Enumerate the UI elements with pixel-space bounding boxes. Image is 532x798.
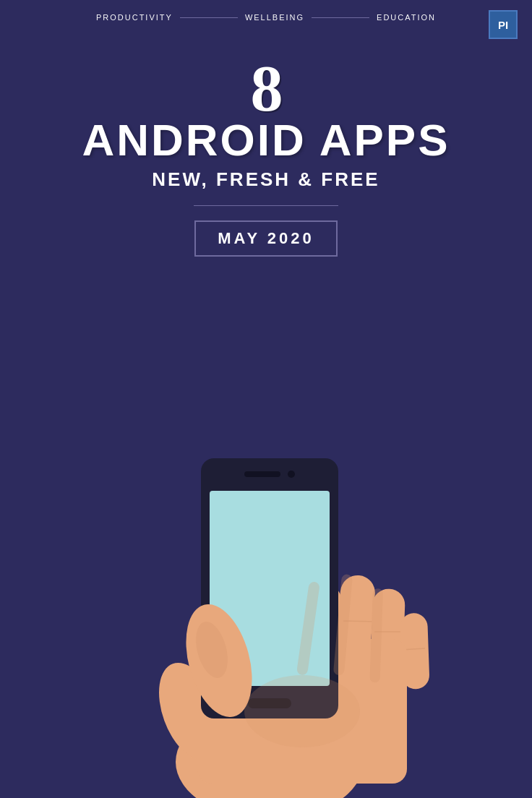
nav-wellbeing[interactable]: WELLBEING xyxy=(245,13,304,22)
hero-subtitle: NEW, FRESH & FREE xyxy=(0,168,532,191)
phone-illustration xyxy=(85,393,447,798)
phone-svg xyxy=(85,393,447,798)
main-content: 8 ANDROID APPS NEW, FRESH & FREE MAY 202… xyxy=(0,35,532,257)
nav-divider-1 xyxy=(180,17,238,18)
hero-number: 8 xyxy=(0,56,532,121)
svg-point-20 xyxy=(244,675,360,747)
nav-wellbeing-label: WELLBEING xyxy=(245,13,304,22)
nav-education[interactable]: EDUCATION xyxy=(377,13,436,22)
logo-box[interactable]: PI xyxy=(489,10,518,39)
logo-text: PI xyxy=(498,19,508,31)
svg-rect-12 xyxy=(244,471,280,477)
top-navigation: PRODUCTIVITY WELLBEING EDUCATION PI xyxy=(0,0,532,35)
nav-education-label: EDUCATION xyxy=(377,13,436,22)
hero-divider xyxy=(194,205,338,206)
hero-title: ANDROID APPS xyxy=(0,118,532,163)
nav-productivity-label: PRODUCTIVITY xyxy=(96,13,173,22)
nav-productivity[interactable]: PRODUCTIVITY xyxy=(96,13,173,22)
nav-divider-2 xyxy=(312,17,369,18)
hero-date: MAY 2020 xyxy=(194,220,338,257)
svg-point-13 xyxy=(288,471,295,478)
